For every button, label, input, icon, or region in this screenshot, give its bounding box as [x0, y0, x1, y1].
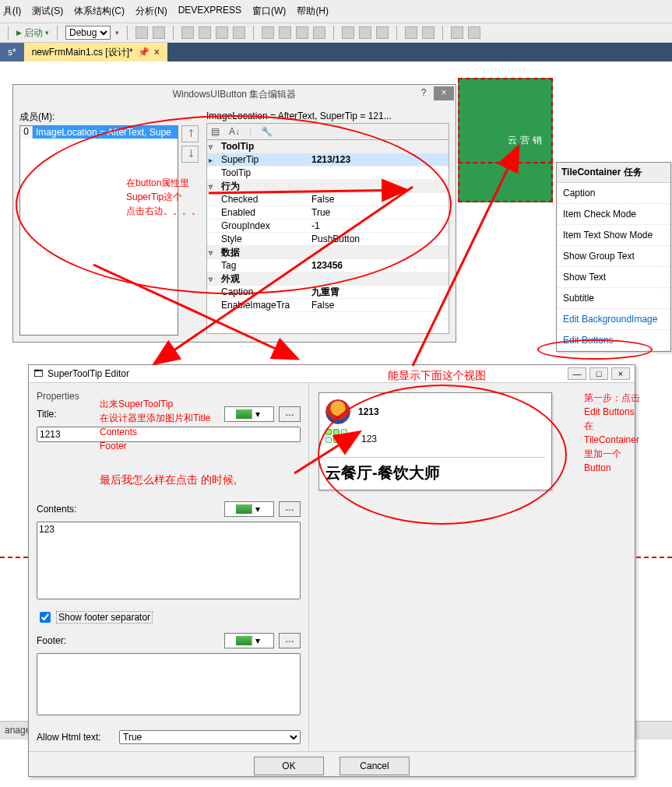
- stt-title: SuperToolTip Editor: [47, 368, 129, 379]
- cancel-button[interactable]: Cancel: [340, 757, 410, 775]
- close-button[interactable]: ×: [434, 86, 454, 100]
- prop-groupindex[interactable]: GroupIndex-1: [207, 220, 449, 233]
- size-icon-3[interactable]: [376, 26, 389, 39]
- show-footer-separator-label: Show footer separator: [56, 611, 153, 624]
- pin-icon[interactable]: 📌: [138, 47, 150, 58]
- menu-bar: 具(I) 测试(S) 体系结构(C) 分析(N) DEVEXPRESS 窗口(W…: [0, 0, 672, 23]
- align-icon-1[interactable]: [181, 26, 194, 39]
- prop-supertip[interactable]: ▸SuperTip1213/123: [207, 153, 449, 167]
- contents-label: Contents:: [37, 504, 83, 515]
- task-item-check-mode[interactable]: Item Check Mode: [557, 204, 670, 225]
- size-icon-2[interactable]: [359, 26, 371, 39]
- properties-label: Properties: [37, 391, 301, 402]
- prop-enabled[interactable]: EnabledTrue: [207, 206, 449, 220]
- allow-html-select[interactable]: True: [119, 730, 301, 744]
- property-header: ImageLocation = AfterText, SuperTip = 12…: [206, 111, 449, 121]
- green-tile[interactable]: 云营销: [458, 78, 553, 202]
- menu-devexpress[interactable]: DEVEXPRESS: [178, 5, 241, 18]
- title-label: Title:: [37, 409, 83, 420]
- layout-icon-3[interactable]: [296, 26, 308, 39]
- contents-image-picker[interactable]: ▾: [224, 501, 274, 517]
- prop-tag[interactable]: Tag123456: [207, 259, 449, 272]
- keyboard-icon: [325, 429, 352, 449]
- max-button[interactable]: □: [589, 367, 608, 380]
- task-edit-buttons[interactable]: Edit Buttons: [557, 330, 670, 351]
- show-footer-separator-checkbox[interactable]: [40, 612, 51, 623]
- supertooltip-editor-dialog: 🗔 SuperToolTip Editor — □ × Properties T…: [28, 364, 635, 777]
- propgrid-toolbar: ▤ A↓ | 🔧: [206, 123, 449, 139]
- menu-test[interactable]: 测试(S): [32, 5, 63, 18]
- toolbar-icon-1[interactable]: [135, 26, 148, 39]
- task-edit-backgroundimage[interactable]: Edit BackgroundImage: [557, 309, 670, 330]
- order-icon-2[interactable]: [468, 26, 480, 39]
- align-icon-2[interactable]: [199, 26, 211, 39]
- order-icon-1[interactable]: [451, 26, 463, 39]
- size-icon-1[interactable]: [342, 26, 354, 39]
- layout-icon-4[interactable]: [313, 26, 325, 39]
- prop-caption[interactable]: Caption九重霄: [207, 286, 449, 299]
- menu-help[interactable]: 帮助(H): [297, 5, 329, 18]
- footer-input[interactable]: [37, 653, 301, 715]
- tab-active[interactable]: newFrmMain1.cs [设计]* 📌 ×: [24, 43, 167, 61]
- task-subtitle[interactable]: Subtitle: [557, 288, 670, 309]
- title-browse-button[interactable]: …: [279, 406, 301, 422]
- collection-editor-dialog: WindowsUIButton 集合编辑器 ? × 成员(M): 0 Image…: [12, 84, 456, 343]
- prop-style[interactable]: StylePushButton: [207, 233, 449, 246]
- spacing-icon-1[interactable]: [405, 26, 417, 39]
- menu-analyze[interactable]: 分析(N): [135, 5, 167, 18]
- document-tabs: s* newFrmMain1.cs [设计]* 📌 ×: [0, 43, 672, 61]
- close-button[interactable]: ×: [611, 367, 630, 380]
- dialog-title-bar: WindowsUIButton 集合编辑器 ? ×: [13, 85, 456, 104]
- start-button[interactable]: ▶启动▾: [16, 26, 49, 40]
- layout-icon-2[interactable]: [279, 26, 291, 39]
- contents-browse-button[interactable]: …: [279, 501, 301, 517]
- align-icon-4[interactable]: [233, 26, 245, 39]
- task-panel: TileContainer 任务 Caption Item Check Mode…: [556, 162, 671, 352]
- toolbar-icon-2[interactable]: [153, 26, 165, 39]
- prop-enableimagetray[interactable]: EnableImageTraFalse: [207, 299, 449, 312]
- toolbar: ▶启动▾ Debug ▾: [0, 23, 672, 43]
- align-icon-3[interactable]: [216, 26, 228, 39]
- categorize-icon[interactable]: ▤: [209, 125, 222, 138]
- prop-checked[interactable]: CheckedFalse: [207, 193, 449, 206]
- footer-browse-button[interactable]: …: [279, 633, 301, 648]
- tooltip-preview: 1213 123 云餐厅-餐饮大师: [318, 392, 552, 490]
- menu-arch[interactable]: 体系结构(C): [74, 5, 125, 18]
- dialog-title: WindowsUIButton 集合编辑器: [173, 88, 297, 101]
- title-input[interactable]: [37, 427, 301, 442]
- stt-title-bar: 🗔 SuperToolTip Editor — □ ×: [29, 365, 635, 383]
- preview-title: 1213: [358, 406, 379, 417]
- task-panel-title: TileContainer 任务: [557, 163, 670, 183]
- spacing-icon-2[interactable]: [422, 26, 435, 39]
- move-up-button[interactable]: 🡑: [181, 125, 199, 142]
- prop-tooltip[interactable]: ToolTip: [207, 167, 449, 180]
- menu-tools[interactable]: 具(I): [3, 5, 21, 18]
- config-dropdown[interactable]: Debug: [65, 26, 111, 40]
- menu-window[interactable]: 窗口(W): [252, 5, 286, 18]
- move-down-button[interactable]: 🡓: [181, 146, 199, 163]
- preview-footer: 云餐厅-餐饮大师: [325, 462, 545, 483]
- allow-html-label: Allow Html text:: [37, 732, 114, 743]
- wrench-icon[interactable]: 🔧: [259, 125, 275, 138]
- task-show-text[interactable]: Show Text: [557, 267, 670, 288]
- layout-icon-1[interactable]: [262, 26, 274, 39]
- help-button[interactable]: ?: [413, 86, 434, 100]
- title-image-picker[interactable]: ▾: [224, 406, 274, 422]
- alpha-icon[interactable]: A↓: [227, 125, 242, 138]
- burger-king-icon: [325, 399, 350, 424]
- tab-inactive[interactable]: s*: [0, 43, 24, 61]
- ok-button[interactable]: OK: [254, 757, 324, 775]
- close-tab-icon[interactable]: ×: [154, 47, 160, 58]
- footer-image-picker[interactable]: ▾: [224, 633, 274, 648]
- contents-input[interactable]: 123: [37, 522, 301, 599]
- task-show-group-text[interactable]: Show Group Text: [557, 246, 670, 267]
- preview-contents: 123: [361, 434, 377, 444]
- task-item-text-show-mode[interactable]: Item Text Show Mode: [557, 225, 670, 246]
- footer-label: Footer:: [37, 635, 83, 646]
- members-list[interactable]: 0 ImageLocation = AfterText, Supe: [19, 125, 178, 336]
- list-item[interactable]: 0 ImageLocation = AfterText, Supe: [20, 126, 178, 139]
- min-button[interactable]: —: [568, 367, 586, 380]
- property-grid[interactable]: ▿ToolTip ▸SuperTip1213/123 ToolTip ▿行为 C…: [206, 139, 449, 334]
- task-caption[interactable]: Caption: [557, 183, 670, 204]
- app-icon: 🗔: [33, 368, 43, 379]
